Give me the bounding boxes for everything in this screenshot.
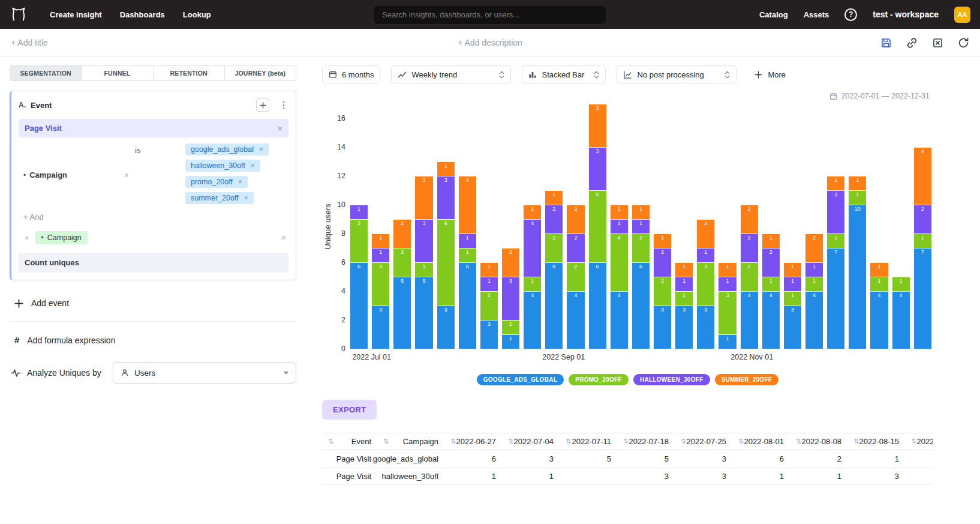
- bar-2022-11-21[interactable]: 4112: [805, 233, 823, 349]
- help-icon[interactable]: ?: [844, 8, 857, 21]
- bar-segment-halloween_30off[interactable]: 3: [827, 190, 844, 233]
- bar-segment-promo_20off[interactable]: 5: [589, 190, 606, 262]
- bar-segment-summer_20off[interactable]: 1: [545, 190, 563, 205]
- bar-segment-google_ads_global[interactable]: 4: [611, 291, 628, 349]
- bar-segment-halloween_30off[interactable]: 2: [567, 233, 584, 262]
- bar-segment-summer_20off[interactable]: 1: [437, 161, 455, 176]
- legend-pill-google_ads_global[interactable]: GOOGLE_ADS_GLOBAL: [477, 374, 564, 385]
- bar-segment-google_ads_global[interactable]: 6: [350, 262, 368, 349]
- bar-segment-promo_20off[interactable]: 1: [892, 277, 910, 291]
- bar-segment-summer_20off[interactable]: 1: [372, 233, 389, 248]
- nav-lookup[interactable]: Lookup: [174, 10, 220, 19]
- close-insight-icon[interactable]: [932, 37, 943, 49]
- dismiss-pending-filter-icon[interactable]: ×: [281, 233, 286, 242]
- bar-segment-summer_20off[interactable]: 1: [611, 205, 628, 219]
- export-button[interactable]: EXPORT: [322, 400, 377, 420]
- bar-segment-google_ads_global[interactable]: 3: [675, 306, 693, 349]
- bar-2022-08-15[interactable]: 1132: [502, 248, 519, 349]
- bar-segment-summer_20off[interactable]: 2: [805, 233, 823, 262]
- bar-segment-halloween_30off[interactable]: 1: [372, 248, 389, 262]
- add-and-filter-button[interactable]: + And: [19, 212, 288, 221]
- bar-segment-promo_20off[interactable]: 1: [459, 248, 476, 262]
- add-formula-button[interactable]: # Add formula expression: [10, 335, 296, 345]
- sort-icon[interactable]: ⇅: [328, 438, 333, 445]
- nav-catalog[interactable]: Catalog: [759, 10, 788, 19]
- bar-segment-summer_20off[interactable]: 2: [697, 219, 714, 248]
- global-search-input[interactable]: [373, 5, 607, 25]
- bar-segment-halloween_30off[interactable]: 1: [784, 277, 801, 291]
- bar-2022-07-04[interactable]: 3311: [372, 233, 389, 349]
- sort-icon[interactable]: ⇅: [681, 438, 686, 445]
- filter-value-tag[interactable]: halloween_30off×: [185, 160, 260, 172]
- sort-icon[interactable]: ⇅: [383, 438, 389, 445]
- sort-icon[interactable]: ⇅: [623, 438, 629, 445]
- bar-segment-summer_20off[interactable]: 1: [784, 262, 801, 277]
- remove-filter-value-icon[interactable]: ×: [238, 178, 242, 185]
- bar-segment-halloween_30off[interactable]: 2: [741, 233, 758, 262]
- bar-segment-google_ads_global[interactable]: 2: [480, 320, 498, 349]
- bar-segment-google_ads_global[interactable]: 4: [870, 291, 888, 349]
- chart-type-select[interactable]: Stacked Bar: [522, 65, 606, 83]
- bar-segment-promo_20off[interactable]: 1: [675, 291, 693, 306]
- bar-2022-10-17[interactable]: 3312: [697, 219, 714, 349]
- bar-segment-promo_20off[interactable]: 1: [870, 277, 888, 291]
- bar-2022-07-25[interactable]: 3631: [437, 161, 455, 349]
- bar-segment-promo_20off[interactable]: 3: [697, 262, 714, 306]
- bar-segment-halloween_30off[interactable]: 1: [611, 219, 628, 233]
- tab-retention[interactable]: RETENTION: [153, 65, 225, 81]
- app-logo-cat-icon[interactable]: [10, 5, 28, 23]
- bar-segment-google_ads_global[interactable]: 4: [567, 291, 584, 349]
- remove-filter-value-icon[interactable]: ×: [251, 162, 255, 169]
- nav-create-insight[interactable]: Create insight: [41, 10, 111, 19]
- column-header-2022-07-18[interactable]: ⇅2022-07-18: [617, 433, 675, 450]
- bar-segment-summer_20off[interactable]: 4: [914, 147, 931, 205]
- sort-icon[interactable]: ⇅: [738, 438, 744, 445]
- bar-segment-halloween_30off[interactable]: 3: [437, 176, 455, 219]
- filter-value-tag[interactable]: summer_20off×: [185, 192, 254, 204]
- trend-select[interactable]: Weekly trend: [391, 65, 511, 83]
- bar-segment-google_ads_global[interactable]: 4: [524, 291, 541, 349]
- bar-segment-google_ads_global[interactable]: 5: [415, 277, 432, 349]
- bar-segment-summer_20off[interactable]: 1: [762, 233, 780, 248]
- bar-segment-google_ads_global[interactable]: 10: [849, 205, 866, 349]
- bar-segment-promo_20off[interactable]: 1: [784, 291, 801, 306]
- bar-2022-06-27[interactable]: 631: [350, 205, 368, 349]
- bar-segment-google_ads_global[interactable]: 3: [372, 306, 389, 349]
- column-header-2022-08-08[interactable]: ⇅2022-08-08: [790, 433, 847, 450]
- bar-segment-google_ads_global[interactable]: 4: [805, 291, 823, 349]
- sort-icon[interactable]: ⇅: [853, 438, 859, 445]
- bar-segment-halloween_30off[interactable]: 1: [350, 205, 368, 219]
- bar-segment-promo_20off[interactable]: 1: [827, 233, 844, 248]
- bar-segment-promo_20off[interactable]: 2: [567, 262, 584, 291]
- bar-segment-halloween_30off[interactable]: 2: [654, 248, 671, 277]
- bar-segment-google_ads_global[interactable]: 3: [784, 306, 801, 349]
- remove-pending-filter-icon[interactable]: ×: [25, 233, 29, 242]
- bar-segment-google_ads_global[interactable]: 3: [654, 306, 671, 349]
- bar-segment-halloween_30off[interactable]: 1: [675, 277, 693, 291]
- bar-segment-summer_20off[interactable]: 1: [870, 262, 888, 277]
- bar-2022-10-24[interactable]: 1311: [719, 262, 736, 349]
- bar-segment-halloween_30off[interactable]: 1: [805, 262, 823, 277]
- legend-pill-halloween_30off[interactable]: HALLOWEEN_30OFF: [633, 374, 710, 385]
- bar-segment-promo_20off[interactable]: 1: [914, 233, 931, 248]
- bar-2022-08-08[interactable]: 2211: [480, 262, 498, 349]
- remove-filter-value-icon[interactable]: ×: [244, 194, 248, 202]
- bar-segment-summer_20off[interactable]: 1: [719, 262, 736, 277]
- bar-2022-10-31[interactable]: 4222: [741, 205, 758, 349]
- bar-segment-promo_20off[interactable]: 1: [502, 320, 519, 334]
- remove-filter-value-icon[interactable]: ×: [259, 146, 263, 153]
- column-header-2022-07-11[interactable]: ⇅2022-07-11: [560, 433, 617, 450]
- bar-segment-google_ads_global[interactable]: 4: [741, 291, 758, 349]
- sort-icon[interactable]: ⇅: [566, 438, 571, 445]
- bar-segment-halloween_30off[interactable]: 1: [459, 233, 476, 248]
- bar-segment-google_ads_global[interactable]: 7: [827, 248, 844, 349]
- filter-value-tag[interactable]: promo_20off×: [185, 176, 248, 188]
- pending-filter-pill[interactable]: • Campaign: [35, 231, 88, 244]
- bar-segment-promo_20off[interactable]: 2: [393, 248, 411, 277]
- bar-segment-summer_20off[interactable]: 1: [632, 205, 650, 219]
- bar-segment-summer_20off[interactable]: 4: [459, 176, 476, 233]
- bar-segment-promo_20off[interactable]: 3: [372, 262, 389, 306]
- bar-2022-08-01[interactable]: 6114: [459, 176, 476, 349]
- bar-2022-11-07[interactable]: 4121: [762, 233, 780, 349]
- column-header-event[interactable]: ⇅Event: [322, 433, 377, 450]
